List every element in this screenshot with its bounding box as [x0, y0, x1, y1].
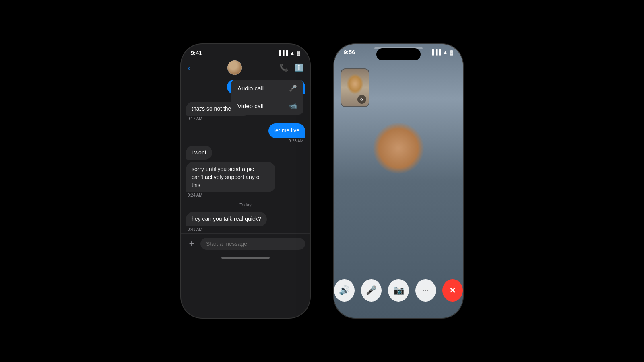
battery-icon: ▓ — [297, 50, 300, 56]
camera-toggle-button[interactable]: 📷 — [388, 279, 409, 302]
chat-phone: 9:41 ▐▐▐ ▲ ▓ ‹ 📞 ℹ️ Audio call 🎤 Video c… — [181, 44, 310, 318]
message-row: i wont — [186, 146, 305, 160]
end-call-icon: ✕ — [449, 286, 456, 295]
video-call-controls: 🔊 🎤 📷 ··· ✕ — [334, 279, 463, 302]
signal-icon: ▐▐▐ — [278, 50, 288, 56]
message-text: hey can you talk real quick? — [192, 216, 261, 222]
message-time: 9:23 AM — [287, 139, 305, 143]
microphone-icon: 🎤 — [366, 285, 377, 296]
audio-call-icon: 🎤 — [289, 84, 297, 92]
message-input[interactable] — [200, 238, 305, 250]
phone-call-icon[interactable]: 📞 — [279, 63, 288, 72]
more-icon: ··· — [423, 286, 429, 295]
dynamic-island — [376, 48, 421, 60]
home-indicator — [221, 257, 270, 259]
message-row: hey can you talk real quick? 8:43 AM — [186, 212, 305, 232]
message-time: 8:43 AM — [186, 227, 204, 232]
video-phone: 9:56 ▐▐▐ ▲ ▓ ⟳ 🔊 🎤 📷 ··· ✕ — [334, 44, 463, 318]
switch-camera-icon: ⟳ — [360, 97, 363, 102]
wifi-icon: ▲ — [290, 50, 295, 56]
message-text: i wont — [192, 149, 206, 156]
message-time: 9:24 AM — [186, 193, 204, 197]
pip-switch-button[interactable]: ⟳ — [357, 95, 366, 104]
video-status-time: 9:56 — [344, 49, 355, 56]
day-divider: Today — [186, 202, 305, 207]
header-icons: 📞 ℹ️ — [279, 63, 303, 72]
mute-button[interactable]: 🎤 — [361, 279, 382, 302]
audio-call-label: Audio call — [237, 85, 264, 92]
received-bubble: hey can you talk real quick? — [186, 212, 267, 226]
message-row: sorry until you send a pic i can't activ… — [186, 162, 305, 197]
add-attachment-button[interactable]: + — [186, 238, 197, 249]
sent-bubble: let me live — [268, 123, 305, 138]
message-text: let me live — [274, 127, 299, 134]
battery-icon: ▓ — [450, 49, 453, 55]
pip-thumbnail[interactable]: ⟳ — [341, 68, 369, 107]
audio-call-item[interactable]: Audio call 🎤 — [231, 80, 303, 97]
call-dropdown: Audio call 🎤 Video call 📹 — [231, 80, 303, 115]
info-icon[interactable]: ℹ️ — [295, 63, 303, 72]
speaker-button[interactable]: 🔊 — [334, 279, 355, 302]
video-call-item[interactable]: Video call 📹 — [231, 97, 303, 115]
speaker-icon: 🔊 — [339, 285, 350, 296]
video-call-icon: 📹 — [289, 102, 297, 110]
camera-icon: 📷 — [393, 285, 404, 296]
end-call-button[interactable]: ✕ — [442, 279, 463, 302]
chat-input-bar: + — [181, 233, 310, 254]
back-button[interactable]: ‹ — [188, 63, 190, 72]
message-time: 9:17 AM — [186, 117, 204, 121]
received-bubble: sorry until you send a pic i can't activ… — [186, 162, 275, 192]
chat-header-center — [227, 60, 242, 75]
status-bar: 9:41 ▐▐▐ ▲ ▓ — [181, 44, 310, 58]
wifi-icon: ▲ — [443, 49, 448, 55]
status-time: 9:41 — [191, 50, 202, 56]
more-options-button[interactable]: ··· — [415, 279, 436, 302]
received-bubble: i wont — [186, 146, 212, 160]
video-status-icons: ▐▐▐ ▲ ▓ — [431, 49, 453, 55]
signal-icon: ▐▐▐ — [431, 49, 441, 55]
status-icons: ▐▐▐ ▲ ▓ — [278, 50, 300, 56]
chat-header: ‹ 📞 ℹ️ Audio call 🎤 Video call 📹 — [181, 58, 310, 78]
message-row: let me live 9:23 AM — [186, 123, 305, 143]
video-call-label: Video call — [237, 103, 264, 109]
contact-avatar[interactable] — [227, 60, 242, 75]
message-text: sorry until you send a pic i can't activ… — [192, 166, 261, 188]
